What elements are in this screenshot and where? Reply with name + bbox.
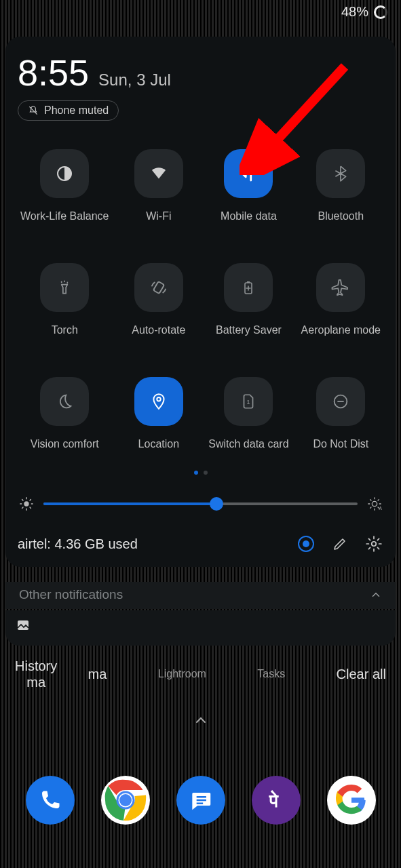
history-button[interactable]: History	[15, 658, 57, 674]
other-notifications-row[interactable]: Other notifications	[5, 582, 396, 609]
dock-app-phonepe[interactable]: पे	[252, 776, 301, 825]
svg-point-5	[157, 397, 160, 401]
drawer-handle[interactable]	[193, 712, 209, 728]
svg-line-16	[22, 507, 23, 508]
tile-label: Work-Life Balance	[20, 210, 109, 222]
tile-switch-data-card[interactable]: 1 Switch data card	[208, 377, 288, 450]
recent-app-label[interactable]: Tasks	[257, 668, 285, 680]
tile-label: Switch data card	[208, 438, 288, 450]
tile-label: Bluetooth	[318, 210, 364, 222]
tile-vision-comfort[interactable]: Vision comfort	[20, 377, 109, 450]
user-icon	[298, 536, 314, 552]
auto-rotate-icon	[149, 277, 169, 298]
dock-app-messages[interactable]	[176, 776, 225, 825]
sim-icon: 1	[240, 391, 257, 412]
clock-time: 8:55	[18, 52, 89, 94]
tile-work-life-balance[interactable]: Work-Life Balance	[20, 149, 109, 222]
svg-point-33	[119, 794, 132, 806]
tile-do-not-disturb[interactable]: Do Not Dist	[301, 377, 381, 450]
clock-date: Sun, 3 Jul	[98, 71, 171, 90]
brightness-fill	[43, 502, 216, 505]
other-notifications-label: Other notifications	[19, 587, 123, 602]
clear-all-button[interactable]: Clear all	[337, 667, 386, 682]
recent-app-label[interactable]: ma	[88, 667, 107, 682]
tile-label: Mobile data	[221, 210, 277, 222]
chevron-up-icon	[370, 589, 382, 601]
quick-tiles-grid: Work-Life Balance Wi-Fi Mobile data Blue…	[18, 149, 383, 450]
phone-muted-chip[interactable]: Phone muted	[18, 100, 119, 121]
pencil-icon	[332, 536, 348, 552]
image-icon	[15, 617, 31, 633]
wifi-icon	[149, 163, 169, 184]
bluetooth-icon	[332, 163, 349, 184]
tile-label: Wi-Fi	[146, 210, 171, 222]
svg-point-28	[372, 542, 377, 547]
dock-app-google[interactable]	[327, 776, 376, 825]
dot	[204, 471, 208, 475]
svg-line-17	[30, 500, 31, 500]
moon-icon	[55, 392, 74, 411]
svg-text:A: A	[379, 506, 382, 511]
tile-mobile-data[interactable]: Mobile data	[208, 149, 288, 222]
location-icon	[150, 391, 168, 412]
google-icon	[336, 785, 367, 816]
battery-percent: 48%	[341, 4, 368, 20]
svg-rect-29	[18, 620, 28, 630]
dnd-icon	[331, 392, 350, 411]
airplane-icon	[330, 277, 351, 298]
tile-auto-rotate[interactable]: Auto-rotate	[121, 263, 196, 336]
brightness-slider-row: A	[18, 496, 383, 511]
user-button[interactable]	[297, 534, 316, 553]
notification-shade: 8:55 Sun, 3 Jul Phone muted Work-Life Ba…	[5, 37, 396, 567]
tile-label: Do Not Dist	[313, 438, 368, 450]
settings-button[interactable]	[364, 534, 383, 553]
phonepe-icon: पे	[263, 787, 290, 814]
messages-icon	[188, 787, 214, 813]
tile-label: Aeroplane mode	[301, 324, 381, 336]
svg-rect-2	[153, 281, 164, 294]
loading-spinner-icon	[374, 5, 387, 19]
battery-saver-icon	[240, 277, 256, 298]
dock: पे	[0, 776, 401, 825]
recent-app-label[interactable]: Lightroom	[158, 668, 206, 680]
tile-torch[interactable]: Torch	[20, 263, 109, 336]
brightness-low-icon	[19, 496, 34, 511]
torch-icon	[56, 277, 73, 298]
tile-label: Vision comfort	[31, 438, 99, 450]
tile-label: Location	[138, 438, 180, 450]
tile-wifi[interactable]: Wi-Fi	[121, 149, 196, 222]
gear-icon	[365, 535, 383, 553]
phone-icon	[38, 788, 62, 812]
tile-label: Battery Saver	[216, 324, 282, 336]
shade-footer: airtel: 4.36 GB used	[18, 534, 383, 553]
tile-location[interactable]: Location	[121, 377, 196, 450]
tile-battery-saver[interactable]: Battery Saver	[208, 263, 288, 336]
svg-point-9	[24, 501, 28, 506]
status-bar: 48%	[341, 4, 387, 20]
balance-icon	[54, 163, 75, 184]
muted-label: Phone muted	[44, 104, 109, 117]
svg-line-25	[370, 507, 371, 508]
dock-app-phone[interactable]	[26, 776, 75, 825]
svg-point-18	[372, 501, 377, 506]
page-dots	[18, 471, 383, 475]
brightness-slider[interactable]	[43, 502, 358, 505]
svg-text:पे: पे	[269, 790, 279, 811]
dot-active	[194, 471, 198, 475]
recent-app-label[interactable]: ma	[26, 674, 45, 690]
edit-tiles-button[interactable]	[330, 534, 349, 553]
tile-aeroplane-mode[interactable]: Aeroplane mode	[301, 263, 381, 336]
svg-text:1: 1	[247, 398, 250, 406]
tile-label: Torch	[52, 324, 78, 336]
dock-app-chrome[interactable]	[101, 776, 150, 825]
notification-media-row[interactable]	[5, 610, 396, 646]
brightness-thumb[interactable]	[210, 497, 223, 511]
mobile-data-icon	[238, 163, 259, 184]
chrome-icon	[101, 776, 150, 825]
data-usage-text: airtel: 4.36 GB used	[18, 536, 282, 552]
svg-line-14	[22, 500, 23, 500]
chevron-up-icon	[193, 712, 209, 728]
tile-bluetooth[interactable]: Bluetooth	[301, 149, 381, 222]
svg-line-23	[370, 500, 371, 500]
tile-label: Auto-rotate	[132, 324, 185, 336]
